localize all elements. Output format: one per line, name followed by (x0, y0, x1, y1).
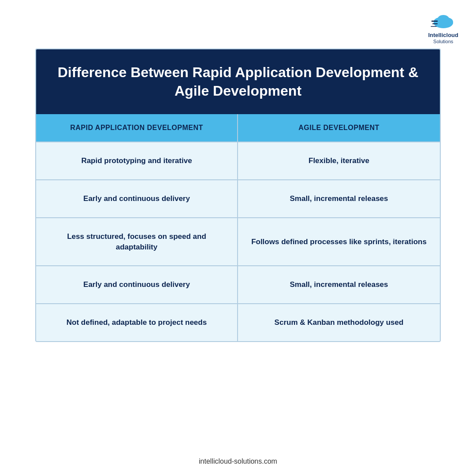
logo-icon (430, 12, 457, 30)
table-header: Difference Between Rapid Application Dev… (36, 49, 440, 114)
col-header-agile: AGILE DEVELOPMENT (238, 114, 440, 141)
col-header-rad: RAPID APPLICATION DEVELOPMENT (36, 114, 238, 141)
column-headers: RAPID APPLICATION DEVELOPMENT AGILE DEVE… (36, 114, 440, 142)
cell-left-4: Not defined, adaptable to project needs (36, 304, 238, 341)
cell-right-2: Follows defined processes like sprints, … (238, 218, 440, 266)
table-row: Not defined, adaptable to project needsS… (36, 304, 440, 341)
logo: Intellicloud Solutions (428, 12, 458, 44)
table-row: Less structured, focuses on speed and ad… (36, 218, 440, 267)
cell-left-0: Rapid prototyping and iterative (36, 142, 238, 179)
page-title: Difference Between Rapid Application Dev… (54, 63, 422, 100)
footer: intellicloud-solutions.com (199, 457, 277, 476)
logo-sub: Solutions (433, 39, 453, 44)
comparison-table: Difference Between Rapid Application Dev… (35, 48, 441, 342)
table-row: Rapid prototyping and iterativeFlexible,… (36, 142, 440, 180)
table-row: Early and continuous deliverySmall, incr… (36, 266, 440, 304)
svg-point-3 (437, 15, 450, 25)
cell-left-2: Less structured, focuses on speed and ad… (36, 218, 238, 266)
cell-right-4: Scrum & Kanban methodology used (238, 304, 440, 341)
table-row: Early and continuous deliverySmall, incr… (36, 180, 440, 218)
website-url: intellicloud-solutions.com (199, 457, 277, 465)
table-body: Rapid prototyping and iterativeFlexible,… (36, 142, 440, 341)
cell-right-1: Small, incremental releases (238, 180, 440, 217)
cell-left-1: Early and continuous delivery (36, 180, 238, 217)
cell-right-0: Flexible, iterative (238, 142, 440, 179)
logo-name: Intellicloud (428, 32, 458, 39)
cell-right-3: Small, incremental releases (238, 266, 440, 303)
cell-left-3: Early and continuous delivery (36, 266, 238, 303)
